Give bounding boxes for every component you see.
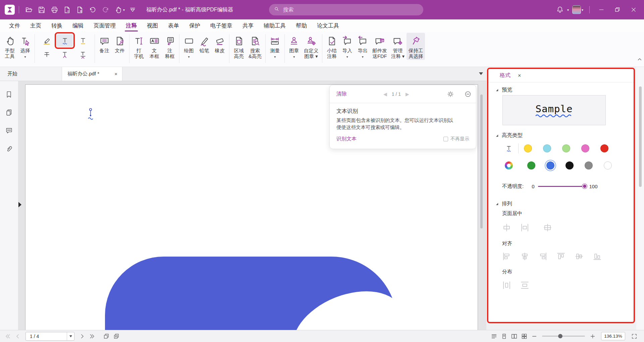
typewriter-tool-button[interactable]: 打字机 — [131, 33, 147, 60]
center-horizontally-button[interactable] — [502, 222, 520, 233]
preview-section-header[interactable]: 预览 — [495, 86, 512, 93]
attachments-panel-button[interactable] — [2, 143, 16, 156]
swatch-green[interactable] — [527, 161, 535, 169]
panel-expand-handle[interactable] — [18, 202, 21, 207]
bookmarks-panel-button[interactable] — [2, 88, 16, 102]
zoom-slider-handle[interactable] — [558, 334, 562, 338]
swatch-color-wheel[interactable] — [505, 161, 513, 169]
menu-item-8[interactable]: 表单 — [163, 19, 184, 32]
swatch-cyan[interactable] — [543, 144, 551, 152]
area-highlight-tool-button[interactable]: 区域高亮 — [231, 33, 247, 60]
panel-close-icon[interactable]: × — [518, 73, 521, 79]
next-page-icon[interactable]: ▶ — [406, 91, 409, 97]
summarize-comments-tool-button[interactable]: 小结注释 — [324, 33, 339, 60]
menu-item-1[interactable]: 文件 — [4, 19, 25, 32]
single-page-view-button[interactable] — [499, 332, 509, 341]
document-scrollbar-thumb[interactable] — [480, 94, 483, 228]
minimize-button[interactable] — [594, 3, 608, 17]
align-right-button[interactable] — [538, 251, 556, 262]
tab-close-icon[interactable]: × — [114, 71, 117, 77]
thumbnail-view-button[interactable] — [519, 332, 529, 341]
remove-page-button[interactable] — [61, 3, 73, 16]
redo-button[interactable] — [99, 3, 112, 16]
import-comments-tool-button[interactable]: 导入▾ — [339, 33, 355, 61]
drawing-tool-button[interactable]: 绘图▾ — [181, 33, 197, 61]
facing-page-view-button[interactable] — [509, 332, 519, 341]
swatch-yellow[interactable] — [524, 144, 532, 152]
tab-start[interactable]: 开始 — [0, 67, 62, 81]
menu-item-4[interactable]: 编辑 — [67, 19, 89, 32]
email-fdf-tool-button[interactable]: 邮件发送FDF — [370, 33, 389, 60]
distribute-horizontally-button[interactable] — [502, 279, 520, 291]
swatch-white[interactable] — [604, 161, 612, 169]
user-avatar[interactable] — [572, 5, 581, 14]
search-input[interactable]: 搜索 — [269, 4, 423, 15]
undo-button[interactable] — [86, 3, 99, 16]
page-number-dropdown[interactable] — [67, 332, 74, 340]
menu-item-12[interactable]: 辅助工具 — [259, 19, 291, 32]
menu-item-11[interactable]: 共享 — [237, 19, 259, 32]
textbox-tool-button[interactable]: 文本框 — [147, 33, 162, 60]
select-tool-button[interactable]: 选择▾ — [17, 33, 33, 61]
align-center-button[interactable] — [520, 251, 538, 262]
fullscreen-button[interactable] — [629, 332, 639, 341]
add-page-button[interactable] — [73, 3, 86, 16]
squiggly-underline-tool-button[interactable] — [57, 34, 73, 47]
stamp-tool-button[interactable]: 图章▾ — [286, 33, 302, 61]
highlight-type-section-header[interactable]: 高亮类型 — [495, 132, 523, 139]
tab-document[interactable]: 福昕办公.pdf * × — [62, 67, 122, 81]
previous-page-button[interactable] — [13, 332, 23, 341]
notifications-dropdown-arrow[interactable]: ▾ — [567, 8, 569, 12]
search-highlight-tool-button[interactable]: 搜索&高亮 — [247, 33, 264, 60]
squiggly-type-icon[interactable] — [505, 144, 513, 153]
align-top-button[interactable] — [556, 251, 575, 262]
note-tool-button[interactable]: 备注 — [97, 33, 112, 55]
export-comments-tool-button[interactable]: 导出▾ — [355, 33, 370, 61]
callout-tool-button[interactable]: 注释框 — [162, 33, 177, 60]
menu-item-2[interactable]: 主页 — [25, 19, 46, 32]
open-file-button[interactable] — [22, 3, 35, 16]
swatch-blue[interactable] — [546, 161, 554, 169]
menu-item-10[interactable]: 电子签章 — [205, 19, 237, 32]
arrange-section-header[interactable]: 排列 — [495, 200, 512, 207]
panel-scrollbar-thumb[interactable] — [639, 86, 642, 187]
menu-item-7[interactable]: 视图 — [142, 19, 163, 32]
zoom-slider[interactable] — [542, 336, 585, 337]
recognize-text-link[interactable]: 识别文本 — [336, 136, 357, 142]
print-button[interactable] — [48, 3, 61, 16]
pencil-tool-button[interactable]: 铅笔 — [197, 33, 212, 55]
underline-text-tool-button[interactable] — [75, 34, 91, 47]
last-page-button[interactable] — [87, 332, 97, 341]
format-tab[interactable]: 格式 — [500, 72, 511, 79]
zoom-percentage[interactable]: 136.13% — [601, 332, 625, 340]
hand-mode-button[interactable] — [112, 3, 124, 16]
comments-panel-button[interactable] — [2, 125, 16, 138]
opacity-slider[interactable] — [538, 186, 586, 187]
keep-tool-selected-button[interactable]: 保持工具选择 — [407, 33, 425, 60]
strikeout-text-tool-button[interactable] — [39, 48, 55, 61]
center-vertically-button[interactable] — [520, 222, 543, 233]
clear-button[interactable]: 清除 — [336, 90, 347, 97]
menu-item-9[interactable]: 保护 — [184, 19, 205, 32]
first-page-button[interactable] — [3, 332, 13, 341]
highlight-text-tool-button[interactable] — [39, 34, 55, 47]
save-button[interactable] — [35, 3, 48, 16]
align-bottom-button[interactable] — [593, 251, 611, 262]
custom-stamp-tool-button[interactable]: 自定义图章 ▾ — [302, 33, 321, 60]
swatch-light-green[interactable] — [562, 144, 570, 152]
replace-text-tool-button[interactable] — [75, 48, 91, 61]
swatch-black[interactable] — [566, 161, 574, 169]
previous-view-button[interactable] — [101, 332, 111, 341]
document-canvas[interactable]: 清除 ◀ 1 / 1 ▶ 文本识别 某些页面包含未被识别的文本。您可以运行文本识… — [18, 81, 486, 330]
manage-comments-tool-button[interactable]: 管理注释 ▾ — [389, 33, 407, 60]
swatch-red[interactable] — [600, 144, 608, 152]
menu-item-3[interactable]: 转换 — [46, 19, 67, 32]
menu-item-13[interactable]: 帮助 — [291, 19, 312, 32]
squiggly-annotation-mark[interactable] — [87, 108, 97, 120]
align-left-button[interactable] — [502, 251, 520, 262]
close-button[interactable] — [627, 3, 641, 17]
reading-mode-button[interactable] — [489, 332, 499, 341]
restore-button[interactable] — [610, 3, 625, 17]
tab-list-dropdown[interactable] — [479, 72, 483, 75]
swatch-pink[interactable] — [581, 144, 589, 152]
